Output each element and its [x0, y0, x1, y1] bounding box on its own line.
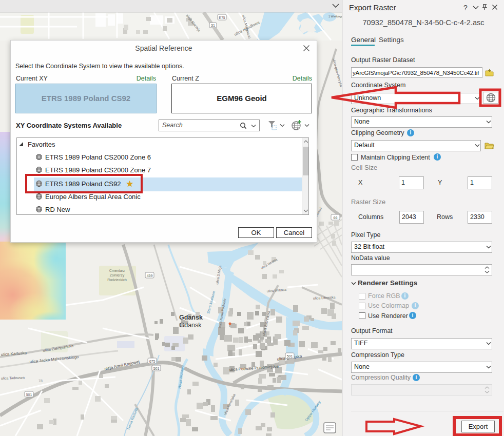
svg-text:501: 501	[287, 354, 293, 358]
svg-text:675: 675	[149, 360, 156, 363]
svg-text:Gdansk: Gdansk	[179, 322, 202, 329]
svg-text:459: 459	[147, 274, 153, 278]
svg-text:Cmentarz: Cmentarz	[109, 269, 125, 272]
svg-text:Radzieckich: Radzieckich	[107, 278, 127, 282]
svg-text:78: 78	[38, 379, 43, 383]
svg-text:66: 66	[334, 216, 338, 220]
svg-text:Gdańsk: Gdańsk	[179, 314, 203, 321]
svg-text:501: 501	[153, 367, 160, 370]
svg-text:31: 31	[211, 24, 215, 27]
svg-text:Żołnierzy: Żołnierzy	[110, 273, 125, 278]
svg-text:501: 501	[26, 393, 32, 397]
svg-text:1 Wielkiego: 1 Wielkiego	[328, 15, 342, 18]
svg-text:E75: E75	[219, 16, 225, 19]
